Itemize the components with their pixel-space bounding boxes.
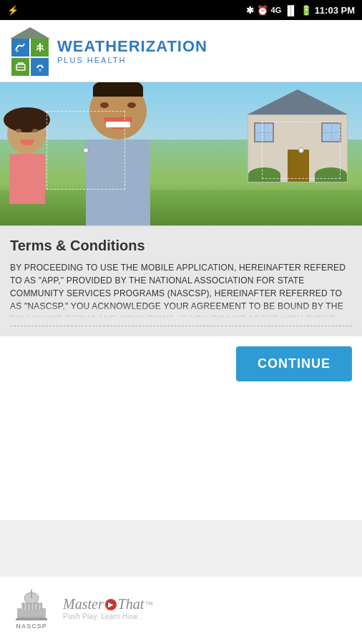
continue-button[interactable]: CONTINUE — [236, 346, 352, 381]
logo-cell-bottom-left — [11, 58, 29, 76]
master-that-title-row: Master ▶ That ™ — [63, 596, 153, 613]
master-text: Master — [63, 596, 104, 613]
svg-point-3 — [39, 69, 41, 72]
svg-rect-10 — [26, 602, 28, 610]
hero-image — [0, 82, 362, 225]
app-header: WEATHERIZATION PLUS HEALTH — [0, 20, 362, 82]
status-bar: ⚡ ✱ ⏰ 4G ▐▌ 🔋 11:03 PM — [0, 0, 362, 20]
footer: NASCSP Master ▶ That ™ Push Play. Learn … — [0, 576, 362, 644]
trademark-icon: ™ — [145, 600, 153, 610]
network-icon: 4G — [271, 6, 282, 14]
logo-wrapper — [10, 27, 50, 76]
logo-icon-grid — [11, 39, 49, 76]
bluetooth-icon: ✱ — [246, 5, 254, 16]
usb-icon: ⚡ — [7, 5, 19, 16]
nascsp-logo: NASCSP — [14, 587, 49, 630]
terms-title: Terms & Conditions — [10, 238, 352, 254]
svg-rect-11 — [30, 602, 31, 610]
house-roof — [248, 89, 348, 114]
logo-cell-bottom-right — [31, 58, 49, 76]
alarm-icon: ⏰ — [257, 5, 268, 16]
logo-roof — [10, 27, 50, 39]
time-display: 11:03 PM — [315, 5, 355, 16]
svg-rect-9 — [23, 602, 24, 610]
nascsp-building-icon — [14, 587, 49, 621]
logo-text: WEATHERIZATION PLUS HEALTH — [57, 39, 207, 64]
selection-handle-center-2 — [298, 147, 304, 153]
child-figure — [7, 114, 47, 204]
battery-icon: 🔋 — [300, 5, 312, 16]
white-space — [0, 391, 362, 520]
app-name: WEATHERIZATION — [57, 39, 207, 54]
svg-point-0 — [16, 49, 19, 52]
status-right-icons: ✱ ⏰ 4G ▐▌ 🔋 11:03 PM — [246, 5, 355, 16]
hero-scene — [0, 82, 362, 225]
svg-rect-12 — [34, 602, 35, 610]
selection-box-1 — [47, 111, 125, 190]
master-that-subtitle: Push Play. Learn How. — [63, 613, 153, 620]
selection-handle-center-1 — [83, 147, 89, 153]
svg-rect-4 — [17, 608, 46, 618]
svg-rect-8 — [31, 590, 32, 598]
that-text: That — [118, 596, 145, 613]
signal-icon: ▐▌ — [284, 5, 297, 16]
logo-cell-top-right — [31, 39, 49, 57]
continue-btn-container: CONTINUE — [0, 336, 362, 391]
logo-cell-top-left — [11, 39, 29, 57]
svg-rect-13 — [37, 602, 39, 610]
status-left-icons: ⚡ — [7, 5, 19, 16]
svg-rect-14 — [41, 602, 42, 610]
master-dot-icon: ▶ — [105, 599, 117, 610]
nascsp-label: NASCSP — [16, 623, 47, 630]
lawn — [0, 190, 362, 225]
terms-section: Terms & Conditions BY PROCEEDING TO USE … — [0, 225, 362, 336]
selection-box-2 — [262, 122, 341, 179]
terms-divider — [10, 326, 352, 326]
app-subtitle: PLUS HEALTH — [57, 56, 207, 64]
svg-rect-16 — [16, 618, 47, 620]
master-that-logo: Master ▶ That ™ Push Play. Learn How. — [63, 596, 153, 620]
terms-body: BY PROCEEDING TO USE THE MOBILE APPLICAT… — [10, 261, 352, 318]
